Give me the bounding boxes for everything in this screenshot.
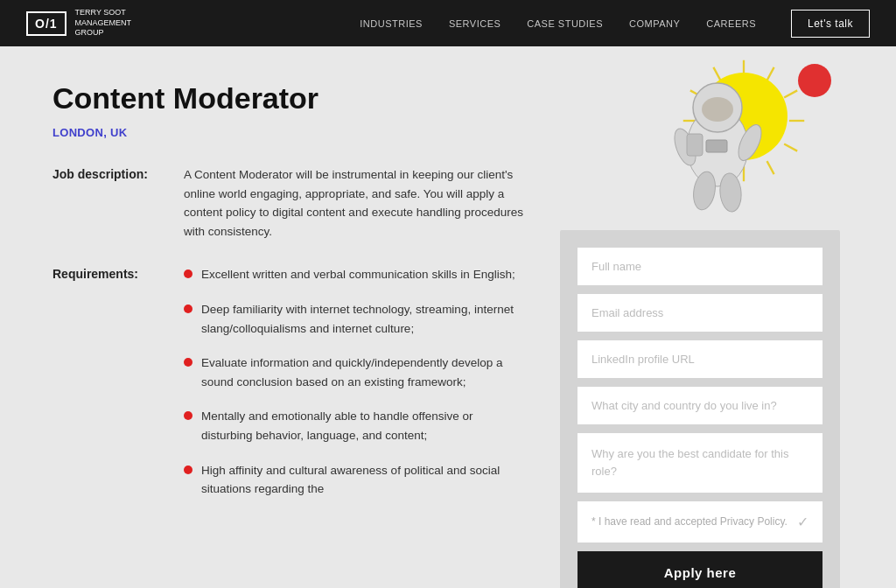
linkedin-input[interactable] <box>578 340 822 378</box>
astronaut-icon <box>661 68 774 213</box>
job-title: Content Moderator <box>52 81 525 116</box>
svg-line-11 <box>713 67 720 80</box>
svg-point-14 <box>702 97 733 122</box>
svg-line-1 <box>767 67 774 80</box>
svg-rect-19 <box>687 134 703 156</box>
job-description-section: Job description: A Content Moderator wil… <box>52 165 525 241</box>
city-input[interactable] <box>578 387 822 424</box>
bullet-icon <box>184 411 192 420</box>
svg-line-7 <box>713 161 720 174</box>
requirements-label: Requirements: <box>52 265 166 514</box>
list-item: Deep familiarity with internet technolog… <box>184 300 525 338</box>
svg-line-2 <box>784 90 797 97</box>
nav-case-studies[interactable]: CASE STUDIES <box>527 18 603 29</box>
svg-line-8 <box>690 144 704 151</box>
yellow-circle-decoration <box>700 73 788 160</box>
checkmark-icon: ✓ <box>797 514 808 530</box>
svg-point-12 <box>687 108 748 186</box>
job-location: LONDON, UK <box>52 126 525 139</box>
bullet-icon <box>184 358 192 367</box>
requirements-section: Requirements: Excellent written and verb… <box>52 265 525 514</box>
privacy-text: * I have read and accepted Privacy Polic… <box>592 514 788 529</box>
nav-services[interactable]: SERVICES <box>449 18 500 29</box>
svg-point-13 <box>693 83 742 132</box>
list-item: Excellent written and verbal communicati… <box>184 265 525 284</box>
full-name-input[interactable] <box>578 248 822 285</box>
main-header: O/1 TERRY SOOT MANAGEMENT GROUP INDUSTRI… <box>0 0 896 46</box>
logo-area: O/1 TERRY SOOT MANAGEMENT GROUP <box>26 8 131 38</box>
bullet-icon <box>184 304 192 313</box>
sun-rays-icon <box>678 55 809 186</box>
svg-rect-20 <box>706 140 727 152</box>
illustration-area <box>534 55 849 230</box>
main-content: Content Moderator LONDON, UK Job descrip… <box>0 46 896 588</box>
nav-careers[interactable]: CAREERS <box>706 18 756 29</box>
logo-text: O/1 <box>35 17 58 31</box>
email-input[interactable] <box>578 294 822 332</box>
list-item: High affinity and cultural awareness of … <box>184 461 525 499</box>
privacy-row: * I have read and accepted Privacy Polic… <box>578 501 822 542</box>
list-item: Mentally and emotionally able to handle … <box>184 407 525 444</box>
description-text: A Content Moderator will be instrumental… <box>184 165 525 241</box>
svg-point-16 <box>734 122 766 164</box>
job-details: Content Moderator LONDON, UK Job descrip… <box>52 81 525 588</box>
bullet-icon <box>184 270 192 278</box>
requirements-list: Excellent written and verbal communicati… <box>184 265 525 514</box>
svg-line-4 <box>784 144 797 151</box>
red-circle-decoration <box>798 64 831 97</box>
lets-talk-button[interactable]: Let's talk <box>791 10 870 38</box>
svg-point-17 <box>690 170 718 211</box>
description-label: Job description: <box>52 165 166 241</box>
company-name: TERRY SOOT MANAGEMENT GROUP <box>75 8 132 38</box>
main-nav: INDUSTRIES SERVICES CASE STUDIES COMPANY… <box>360 10 870 38</box>
nav-industries[interactable]: INDUSTRIES <box>360 18 423 29</box>
application-column: * I have read and accepted Privacy Polic… <box>560 81 840 588</box>
logo-icon: O/1 <box>26 11 66 36</box>
candidate-textarea[interactable] <box>578 433 822 493</box>
list-item: Evaluate information and quickly/indepen… <box>184 354 525 391</box>
svg-line-10 <box>690 90 704 97</box>
application-form: * I have read and accepted Privacy Polic… <box>560 230 840 588</box>
bullet-icon <box>184 466 192 474</box>
svg-point-18 <box>718 172 743 213</box>
nav-company[interactable]: COMPANY <box>629 18 680 29</box>
apply-button[interactable]: Apply here <box>578 551 822 588</box>
svg-line-5 <box>767 161 774 174</box>
svg-point-15 <box>670 126 700 168</box>
